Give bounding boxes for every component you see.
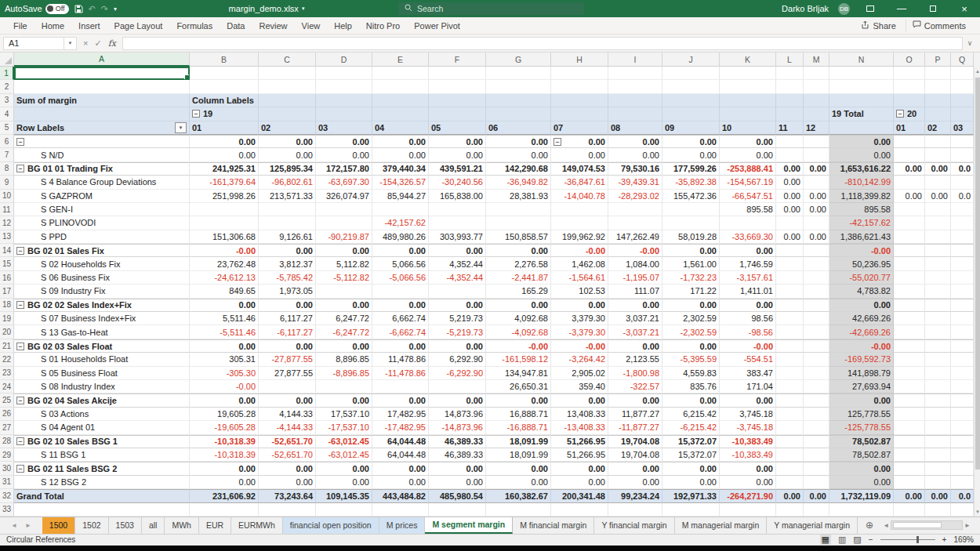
cell-F24[interactable] <box>429 380 486 393</box>
cell-P15[interactable] <box>925 257 951 270</box>
cell-A19[interactable]: S 07 Business Index+Fix <box>14 312 190 325</box>
cell-L22[interactable] <box>776 353 804 366</box>
cell-B31[interactable]: 0.00 <box>190 476 259 489</box>
cell-Q33[interactable] <box>951 503 974 517</box>
cell-M20[interactable] <box>804 325 829 339</box>
cell-P17[interactable] <box>925 285 951 298</box>
cell-C29[interactable]: -52,651.70 <box>259 448 316 462</box>
cell-P29[interactable] <box>925 448 951 462</box>
cell-Q16[interactable] <box>951 271 974 285</box>
cell-L25[interactable] <box>776 393 804 407</box>
cell-L29[interactable] <box>776 448 804 462</box>
cell-D4[interactable] <box>316 107 372 121</box>
cell-M17[interactable] <box>804 285 829 298</box>
cell-B4[interactable]: −19 <box>190 107 259 121</box>
cell-D26[interactable]: 17,537.10 <box>316 408 372 421</box>
name-box[interactable]: A1 <box>3 37 64 50</box>
cell-K27[interactable]: -3,745.18 <box>720 421 776 434</box>
cell-C3[interactable] <box>259 94 316 107</box>
cell-J9[interactable]: -35,892.38 <box>662 176 720 189</box>
cell-E10[interactable]: 85,944.27 <box>372 190 429 203</box>
formula-input[interactable] <box>122 37 963 50</box>
cell-G22[interactable]: -161,598.12 <box>486 353 551 366</box>
cell-O32[interactable]: 0.00 <box>894 489 925 502</box>
cell-E5[interactable]: 04 <box>372 121 429 135</box>
row-header-14[interactable]: 14 <box>0 244 14 257</box>
cell-B3[interactable]: Column Labels▼ <box>190 94 259 107</box>
cell-P23[interactable] <box>925 367 951 380</box>
sheet-tab-1502[interactable]: 1502 <box>75 517 108 534</box>
cell-N31[interactable]: 0.00 <box>829 476 894 489</box>
cell-K16[interactable]: -3,157.61 <box>720 271 776 285</box>
redo-icon[interactable]: ↷ <box>101 4 108 14</box>
cell-A21[interactable]: −BG 02 03 Sales Float <box>14 339 190 353</box>
cell-O4[interactable]: −20 <box>894 107 925 121</box>
cell-E1[interactable] <box>372 67 429 80</box>
cell-Q30[interactable] <box>951 462 974 475</box>
cell-C5[interactable]: 02 <box>259 121 316 135</box>
cell-H29[interactable]: 51,266.95 <box>551 448 608 462</box>
sheet-tab-1503[interactable]: 1503 <box>109 517 142 534</box>
cell-Q22[interactable] <box>951 353 974 366</box>
ribbon-display-options-icon[interactable] <box>859 0 881 17</box>
cell-G13[interactable]: 150,858.57 <box>486 230 551 244</box>
enter-icon[interactable]: ✓ <box>94 38 101 49</box>
cell-Q24[interactable] <box>951 380 974 393</box>
cell-N2[interactable] <box>829 80 894 93</box>
cell-H7[interactable]: 0.00 <box>551 148 608 161</box>
cell-Q3[interactable] <box>951 94 974 107</box>
cell-D28[interactable]: -63,012.45 <box>316 435 372 448</box>
cell-H28[interactable]: 51,266.95 <box>551 435 608 448</box>
sheet-tab-1500[interactable]: 1500 <box>42 517 75 534</box>
sheet-tab-all[interactable]: all <box>142 517 165 534</box>
cell-L19[interactable] <box>776 312 804 325</box>
cell-B11[interactable] <box>190 203 259 216</box>
collapse-button[interactable]: − <box>16 165 24 172</box>
cell-O14[interactable] <box>894 244 925 257</box>
cell-O17[interactable] <box>894 285 925 298</box>
cell-N3[interactable] <box>829 94 894 107</box>
cell-P22[interactable] <box>925 353 951 366</box>
cell-Q5[interactable]: 03 <box>951 121 974 135</box>
cell-E32[interactable]: 443,484.82 <box>372 489 429 502</box>
cell-H16[interactable]: -1,564.61 <box>551 271 608 285</box>
cell-C30[interactable]: 0.00 <box>259 462 316 475</box>
scroll-down-icon[interactable]: ▼ <box>975 507 980 517</box>
cell-A2[interactable] <box>14 80 190 93</box>
cell-E29[interactable]: 64,044.48 <box>372 448 429 462</box>
row-header-22[interactable]: 22 <box>0 353 14 366</box>
close-icon[interactable]: × <box>953 0 975 17</box>
cell-A3[interactable]: Sum of margin <box>14 94 190 107</box>
cell-M14[interactable] <box>804 244 829 257</box>
cell-Q25[interactable] <box>951 393 974 407</box>
cell-F4[interactable] <box>429 107 486 121</box>
row-header-1[interactable]: 1 <box>0 67 14 80</box>
cell-H6[interactable]: −0.00 <box>551 135 608 148</box>
row-header-8[interactable]: 8 <box>0 162 14 176</box>
cell-J1[interactable] <box>662 67 720 80</box>
cell-I27[interactable]: -11,877.27 <box>608 421 662 434</box>
cell-D7[interactable]: 0.00 <box>316 148 372 161</box>
cell-C2[interactable] <box>259 80 316 93</box>
cell-B6[interactable]: 0.00 <box>190 135 259 148</box>
cell-K32[interactable]: -264,271.90 <box>720 489 776 502</box>
row-header-7[interactable]: 7 <box>0 148 14 161</box>
cell-K31[interactable]: 0.00 <box>720 476 776 489</box>
cell-F7[interactable]: 0.00 <box>429 148 486 161</box>
cell-Q12[interactable] <box>951 216 974 230</box>
row-header-5[interactable]: 5 <box>0 121 14 135</box>
cell-J3[interactable] <box>662 94 720 107</box>
cell-E18[interactable]: 0.00 <box>372 299 429 312</box>
cell-I15[interactable]: 1,084.00 <box>608 257 662 270</box>
menu-tab-view[interactable]: View <box>295 17 328 34</box>
cell-G18[interactable]: 0.00 <box>486 299 551 312</box>
cell-M15[interactable] <box>804 257 829 270</box>
cell-H4[interactable] <box>551 107 608 121</box>
cell-P8[interactable]: 0.00 <box>925 162 951 176</box>
cell-L18[interactable] <box>776 299 804 312</box>
cell-O12[interactable] <box>894 216 925 230</box>
cell-D14[interactable]: 0.00 <box>316 244 372 257</box>
cell-D29[interactable]: -63,012.45 <box>316 448 372 462</box>
cell-D13[interactable]: -90,219.87 <box>316 230 372 244</box>
cell-I17[interactable]: 111.07 <box>608 285 662 298</box>
